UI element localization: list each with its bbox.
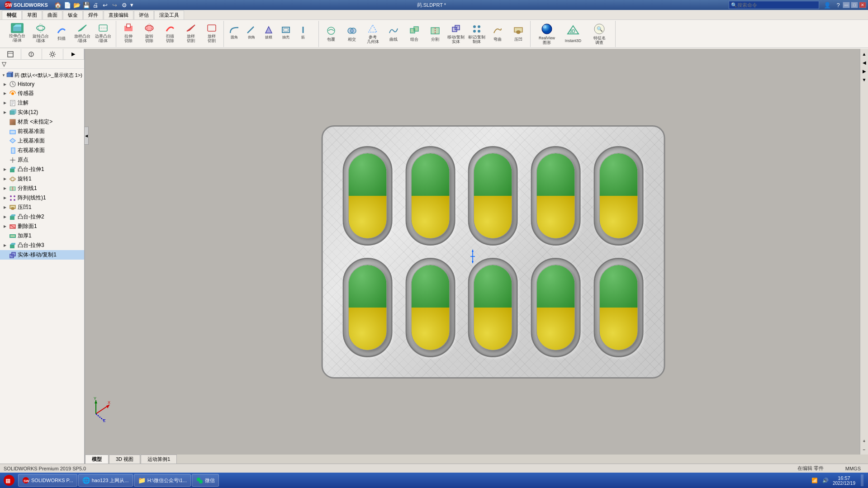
boundary-cut-btn[interactable]: 放样切割: [202, 22, 222, 44]
tab-directedit[interactable]: 直接编辑: [104, 10, 133, 19]
rt-zoom-in[interactable]: +: [860, 437, 868, 445]
ref-geometry-btn[interactable]: 参考几何体: [363, 23, 383, 45]
tab-surface[interactable]: 曲面: [43, 10, 62, 19]
help-icon[interactable]: ?: [834, 0, 843, 9]
extrude-cut-btn[interactable]: 拉伸切除: [119, 22, 138, 44]
rt-view4[interactable]: ▼: [860, 76, 868, 84]
taskbar-sw[interactable]: SW SOLIDWORKS P...: [18, 474, 77, 487]
sweep-cut-btn[interactable]: 扫描切除: [160, 22, 180, 44]
tab-feature[interactable]: 特征: [2, 10, 22, 19]
revolve-boss-btn[interactable]: 旋转凸台/基体: [31, 22, 51, 44]
curves-btn[interactable]: 曲线: [384, 23, 403, 45]
tab-render[interactable]: 渲染工具: [154, 10, 184, 19]
user-icon[interactable]: 👤: [823, 0, 832, 9]
move-copy-btn[interactable]: 移动/复制实体: [446, 23, 466, 45]
tree-item-notes[interactable]: ▶ 注解: [0, 98, 84, 108]
draft-btn[interactable]: 拔模: [261, 22, 277, 44]
panel-collapse-btn[interactable]: ◀: [84, 127, 89, 145]
svg-rect-70: [10, 169, 14, 172]
tree-item-delete1[interactable]: ▶ 删除面1: [0, 222, 84, 231]
model-tab[interactable]: 模型: [85, 455, 109, 464]
tree-item-history[interactable]: ▶ History: [0, 80, 84, 89]
boundary-boss-btn[interactable]: 边界凸台/基体: [93, 22, 113, 44]
redo-btn[interactable]: ↪: [110, 0, 119, 9]
tree-item-revolve1[interactable]: ▶ 旋转1: [0, 174, 84, 184]
clock[interactable]: 16:57 2022/12/19: [833, 475, 855, 486]
pill-cavity-3: [468, 146, 518, 246]
motion-tab[interactable]: 运动算例1: [141, 455, 177, 464]
split-btn[interactable]: 分割: [425, 23, 445, 45]
tree-item-shell1[interactable]: ▶ 压凹1: [0, 203, 84, 212]
tree-item-sensor[interactable]: ▶ 传感器: [0, 89, 84, 98]
search-box[interactable]: 🔍: [729, 1, 819, 9]
tree-root[interactable]: ▼ 药 (默认<<默认>_显示状态 1>): [0, 71, 84, 80]
tree-item-solid[interactable]: ▶ 实体(12): [0, 108, 84, 117]
tab-evaluate[interactable]: 评估: [134, 10, 154, 19]
tree-item-extrude3[interactable]: ▶ 凸台-拉伸3: [0, 241, 84, 250]
filter-icon[interactable]: ▽: [2, 61, 6, 67]
close-btn[interactable]: ✕: [859, 2, 866, 8]
boss-extrude-btn[interactable]: 拉伸凸台/基体: [5, 22, 30, 44]
tree-item-top-plane[interactable]: ▶ 上视基准面: [0, 136, 84, 146]
tree-item-front-plane[interactable]: ▶ 前视基准面: [0, 127, 84, 136]
open-btn[interactable]: 📂: [72, 0, 81, 9]
config-tab[interactable]: [42, 49, 63, 59]
start-button[interactable]: ⊞: [1, 474, 17, 487]
feature-tab[interactable]: [0, 49, 21, 59]
rib-btn[interactable]: 筋: [295, 22, 311, 44]
more-btn[interactable]: ▼: [129, 2, 134, 8]
tree-item-extrude2[interactable]: ▶ 凸台-拉伸2: [0, 212, 84, 222]
taskbar-folder[interactable]: 📁 H:\微信公众号\1...: [134, 474, 191, 487]
feature-name-btn[interactable]: 🔍 特征名调查: [587, 23, 612, 45]
realview-btn[interactable]: RealView图形: [535, 23, 559, 45]
loft-cut-btn[interactable]: 放样切割: [181, 22, 201, 44]
property-tab[interactable]: [21, 49, 43, 59]
options-btn[interactable]: ⚙: [120, 0, 129, 9]
taskbar-wechat[interactable]: 微信: [192, 474, 219, 487]
rt-zoom-out[interactable]: −: [860, 445, 868, 454]
origin-icon: [9, 156, 16, 164]
instant3d-btn[interactable]: 3D Instant3D: [561, 23, 585, 45]
tree-item-split1[interactable]: ▶ 分割线1: [0, 184, 84, 193]
print-btn[interactable]: 🖨: [91, 0, 100, 9]
chamfer-btn[interactable]: 倒角: [243, 22, 260, 44]
tray-volume[interactable]: 🔊: [822, 477, 829, 484]
tree-item-right-plane[interactable]: ▶ 右视基准面: [0, 146, 84, 155]
tree-item-material[interactable]: ▶ 材质 <未指定>: [0, 117, 84, 127]
tree-item-move1[interactable]: ▶ 实体-移动/复制1: [0, 250, 84, 260]
combine-btn[interactable]: 组合: [404, 23, 424, 45]
tray-network[interactable]: 📶: [811, 477, 818, 484]
fillet-btn[interactable]: 圆角: [226, 22, 242, 44]
rt-view3[interactable]: ▶: [860, 67, 868, 75]
shell-btn[interactable]: 抽壳: [278, 22, 294, 44]
wrap-btn[interactable]: 包覆: [321, 23, 341, 45]
tree-item-pattern1[interactable]: ▶ 阵列(线性)1: [0, 193, 84, 203]
tree-item-extrude1[interactable]: ▶ 凸台-拉伸1: [0, 165, 84, 174]
tree-item-origin[interactable]: ▶ 原点: [0, 155, 84, 165]
minimize-btn[interactable]: —: [843, 2, 850, 8]
tree-item-thicken1[interactable]: ▶ 加厚1: [0, 231, 84, 241]
revolve-cut-btn[interactable]: 旋转切除: [139, 22, 159, 44]
show-desktop[interactable]: [861, 474, 863, 486]
more-tab[interactable]: ▶: [63, 49, 85, 59]
sweep-btn[interactable]: 扫描: [52, 22, 71, 44]
rt-view1[interactable]: ▲: [860, 50, 868, 58]
3d-viewport[interactable]: X Y Z: [85, 49, 860, 455]
flex-btn[interactable]: 弯曲: [488, 23, 508, 45]
rt-view2[interactable]: ◀: [860, 58, 868, 66]
intersect-btn[interactable]: 相交: [342, 23, 362, 45]
indent-btn[interactable]: 压凹: [508, 23, 528, 45]
home-btn[interactable]: 🏠: [53, 0, 62, 9]
undo-btn[interactable]: ↩: [101, 0, 110, 9]
new-btn[interactable]: 📄: [63, 0, 72, 9]
3d-view-tab[interactable]: 3D 视图: [109, 455, 140, 464]
loft-btn[interactable]: 放样凸台/基体: [72, 22, 92, 44]
pattern-bodies-btn[interactable]: 标记/复制制体: [467, 23, 487, 45]
tab-sheetmetal[interactable]: 钣金: [63, 10, 83, 19]
maximize-btn[interactable]: □: [851, 2, 858, 8]
save-btn[interactable]: 💾: [82, 0, 91, 9]
tab-weldment[interactable]: 焊件: [83, 10, 103, 19]
search-input[interactable]: [737, 2, 810, 8]
tab-sketch[interactable]: 草图: [22, 10, 42, 19]
taskbar-browser[interactable]: 🌐 hao123 上网从...: [78, 474, 133, 487]
